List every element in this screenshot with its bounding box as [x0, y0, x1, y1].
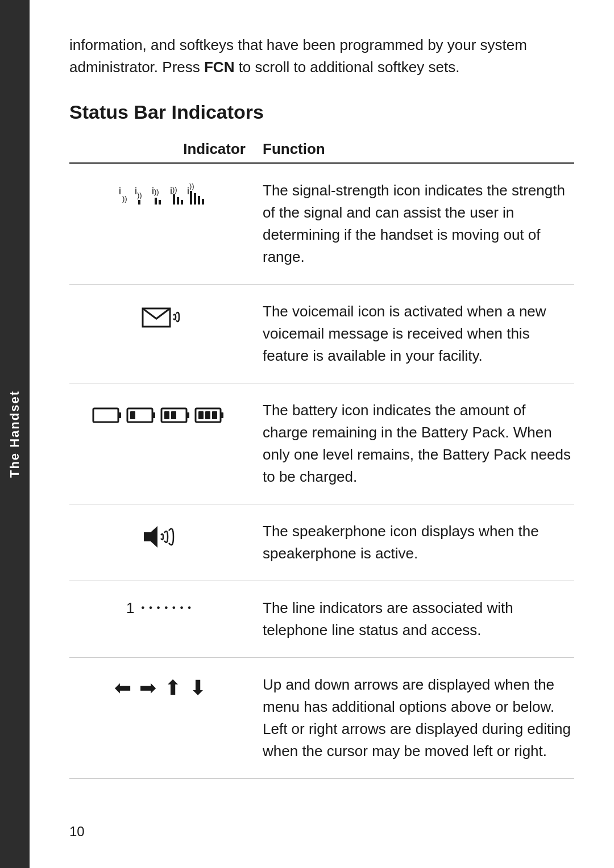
svg-text:)): )) [122, 194, 127, 203]
section-title: Status Bar Indicators [69, 101, 574, 123]
voicemail-function-cell: The voicemail icon is activated when a n… [263, 301, 574, 367]
down-arrow-icon: ⬇ [189, 676, 206, 700]
arrows-indicator-cell: ⬅ ➡ ⬆ ⬇ [69, 674, 263, 700]
signal-function-cell: The signal-strength icon indicates the s… [263, 180, 574, 268]
svg-rect-18 [202, 199, 204, 205]
svg-rect-17 [198, 196, 200, 205]
signal-function-text: The signal-strength icon indicates the s… [263, 182, 565, 265]
battery-icons [92, 402, 229, 427]
header-function-col: Function [263, 140, 574, 158]
svg-rect-21 [93, 408, 118, 422]
header-indicator-col: Indicator [69, 140, 263, 158]
sidebar: The Handset [0, 0, 30, 868]
speakerphone-icon [140, 523, 180, 551]
speakerphone-function-cell: The speakerphone icon displays when the … [263, 520, 574, 565]
table-row: The voicemail icon is activated when a n… [69, 285, 574, 383]
intro-text-after: to scroll to additional softkey sets. [234, 59, 459, 76]
arrows-function-text: Up and down arrows are displayed when th… [263, 676, 571, 760]
svg-text:)): )) [189, 182, 194, 190]
svg-rect-15 [190, 191, 192, 205]
status-indicators-table: Indicator Function i )) i )) [69, 140, 574, 779]
battery-function-cell: The battery icon indicates the amount of… [263, 399, 574, 488]
line-indicator-cell: 1 ••••••• [69, 597, 263, 617]
table-header: Indicator Function [69, 140, 574, 164]
main-content: information, and softkeys that have been… [30, 0, 614, 868]
up-arrow-icon: ⬆ [164, 676, 181, 700]
svg-rect-32 [198, 411, 204, 419]
sidebar-label: The Handset [7, 390, 22, 478]
fcn-keyword: FCN [204, 59, 234, 76]
svg-rect-25 [130, 411, 135, 419]
left-arrow-icon: ⬅ [114, 676, 131, 700]
svg-text:)): )) [172, 185, 177, 194]
svg-text:)): )) [154, 187, 159, 196]
voicemail-function-text: The voicemail icon is activated when a n… [263, 303, 546, 364]
svg-marker-35 [144, 526, 157, 548]
speakerphone-function-text: The speakerphone icon displays when the … [263, 523, 539, 562]
svg-rect-27 [186, 412, 189, 418]
battery-indicator-cell [69, 399, 263, 427]
svg-text:i: i [119, 185, 121, 197]
table-row: The speakerphone icon displays when the … [69, 504, 574, 581]
right-arrow-icon: ➡ [139, 676, 156, 700]
table-row: 1 ••••••• The line indicators are associ… [69, 581, 574, 658]
svg-rect-3 [138, 200, 140, 205]
intro-paragraph: information, and softkeys that have been… [69, 34, 574, 78]
table-row: ⬅ ➡ ⬆ ⬇ Up and down arrows are displayed… [69, 658, 574, 779]
svg-rect-24 [152, 412, 155, 418]
svg-rect-6 [155, 198, 157, 205]
arrows-function-cell: Up and down arrows are displayed when th… [263, 674, 574, 762]
svg-rect-31 [221, 412, 223, 418]
svg-rect-12 [181, 200, 183, 205]
indicator-header-label: Indicator [183, 140, 246, 157]
line-indicator-icon: 1 ••••••• [126, 599, 194, 617]
svg-rect-29 [171, 411, 176, 419]
line-function-text: The line indicators are associated with … [263, 599, 513, 639]
svg-rect-34 [212, 411, 217, 419]
signal-icon: i )) i )) i )) i [117, 182, 205, 207]
voicemail-icon [140, 303, 180, 331]
speakerphone-indicator-cell [69, 520, 263, 551]
line-function-cell: The line indicators are associated with … [263, 597, 574, 641]
signal-indicator-cell: i )) i )) i )) i [69, 180, 263, 207]
signal-strength-icons: i )) i )) i )) i [117, 182, 205, 207]
svg-rect-11 [177, 197, 179, 205]
svg-rect-7 [159, 200, 161, 205]
arrow-icons: ⬅ ➡ ⬆ ⬇ [114, 676, 206, 700]
function-header-label: Function [263, 140, 325, 157]
table-row: The battery icon indicates the amount of… [69, 383, 574, 504]
svg-rect-33 [205, 411, 210, 419]
battery-function-text: The battery icon indicates the amount of… [263, 402, 571, 485]
svg-rect-16 [194, 193, 196, 205]
table-row: i )) i )) i )) i [69, 164, 574, 285]
svg-text:)): )) [137, 191, 142, 199]
svg-rect-22 [118, 412, 121, 418]
line-number: 1 [126, 599, 134, 617]
svg-rect-10 [173, 194, 175, 205]
line-dots: ••••••• [137, 603, 194, 614]
svg-rect-28 [164, 411, 169, 419]
voicemail-indicator-cell [69, 301, 263, 331]
page-number: 10 [69, 824, 85, 840]
